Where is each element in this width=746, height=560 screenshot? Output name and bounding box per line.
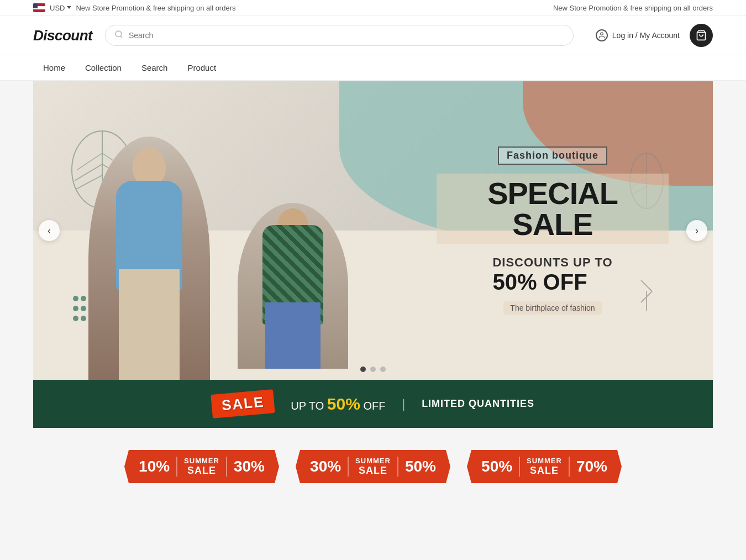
summer-card-2-left: 30% bbox=[310, 458, 348, 475]
svg-line-7 bbox=[75, 164, 102, 181]
summer-card-2-right: 50% bbox=[398, 458, 436, 475]
model-left-image bbox=[88, 137, 210, 380]
slider-dot-1[interactable] bbox=[360, 367, 366, 372]
top-bar-promo-left: New Store Promotion & free shipping on a… bbox=[76, 4, 235, 12]
summer-card-1[interactable]: 10% SUMMER SALE 30% bbox=[124, 450, 279, 483]
header: Discount Log in / My Account bbox=[0, 16, 746, 55]
model-right-image bbox=[238, 203, 348, 369]
summer-cards: 10% SUMMER SALE 30% 30% SUMMER SALE 50% … bbox=[0, 428, 746, 505]
top-bar: USD New Store Promotion & free shipping … bbox=[0, 0, 746, 16]
limited-quantities-text: LIMITED QUANTITIES bbox=[422, 398, 534, 410]
summer-card-2-center: SUMMER SALE bbox=[348, 457, 398, 477]
us-flag-icon bbox=[33, 3, 45, 12]
slider-dot-2[interactable] bbox=[370, 367, 376, 372]
sale-suffix: OFF bbox=[363, 400, 385, 412]
currency-selector[interactable]: USD bbox=[50, 4, 71, 12]
special-sale-heading: SPECIAL SALE bbox=[437, 174, 669, 244]
discounts-label: DISCOUNTS UP TO bbox=[492, 255, 612, 270]
summer-card-3[interactable]: 50% SUMMER SALE 70% bbox=[467, 450, 622, 483]
birthplace-tag: The birthplace of fashion bbox=[503, 301, 601, 315]
top-bar-promo-right: New Store Promotion & free shipping on a… bbox=[553, 4, 713, 12]
sale-badge: SALE bbox=[212, 392, 274, 416]
slider-dot-3[interactable] bbox=[380, 367, 386, 372]
summer-label-2: SUMMER bbox=[355, 457, 391, 465]
summer-card-1-left: 10% bbox=[139, 458, 176, 475]
slider-dots bbox=[360, 367, 386, 372]
sale-label-2: SALE bbox=[355, 465, 391, 477]
summer-card-2[interactable]: 30% SUMMER SALE 50% bbox=[296, 450, 450, 483]
sale-label-3: SALE bbox=[527, 465, 562, 477]
summer-card-3-left: 50% bbox=[481, 458, 519, 475]
nav-item-search[interactable]: Search bbox=[132, 55, 178, 80]
discount-percent: 50% OFF bbox=[492, 270, 612, 295]
svg-point-2 bbox=[600, 33, 603, 35]
account-label: Log in / My Account bbox=[612, 31, 680, 40]
summer-label-3: SUMMER bbox=[527, 457, 562, 465]
svg-line-6 bbox=[77, 153, 102, 170]
svg-point-0 bbox=[115, 31, 122, 37]
model-figure bbox=[88, 137, 210, 380]
top-bar-left: USD New Store Promotion & free shipping … bbox=[33, 3, 236, 12]
currency-chevron-icon bbox=[67, 6, 71, 11]
summer-card-1-right: 30% bbox=[227, 458, 265, 475]
hero-slider: Fashion boutique SPECIAL SALE DISCOUNTS … bbox=[33, 81, 713, 380]
sale-label-1: SALE bbox=[184, 465, 219, 477]
fashion-boutique-tag: Fashion boutique bbox=[498, 146, 607, 165]
logo[interactable]: Discount bbox=[33, 27, 94, 44]
hero-content: Fashion boutique SPECIAL SALE DISCOUNTS … bbox=[437, 146, 669, 315]
search-bar[interactable] bbox=[105, 25, 574, 46]
slider-prev-button[interactable]: ‹ bbox=[39, 220, 60, 241]
summer-card-3-center: SUMMER SALE bbox=[519, 457, 570, 477]
nav-item-product[interactable]: Product bbox=[177, 55, 226, 80]
discounts-content: DISCOUNTS UP TO 50% OFF bbox=[492, 255, 612, 295]
discounts-row: DISCOUNTS UP TO 50% OFF bbox=[437, 255, 669, 295]
sale-banner-text: UP TO 50% OFF bbox=[291, 395, 385, 414]
header-right: Log in / My Account bbox=[596, 24, 713, 47]
sale-percent: 50% bbox=[327, 395, 360, 413]
cart-button[interactable] bbox=[690, 24, 713, 47]
search-icon bbox=[114, 30, 123, 41]
currency-label: USD bbox=[50, 4, 65, 12]
sale-divider: | bbox=[402, 397, 405, 411]
account-button[interactable]: Log in / My Account bbox=[596, 29, 680, 41]
sale-badge-text: SALE bbox=[211, 389, 275, 418]
summer-label-1: SUMMER bbox=[184, 457, 219, 465]
summer-card-3-right: 70% bbox=[570, 458, 607, 475]
account-icon bbox=[596, 29, 608, 41]
sale-prefix: UP TO bbox=[291, 400, 324, 412]
search-input[interactable] bbox=[129, 31, 564, 40]
nav-item-home[interactable]: Home bbox=[33, 55, 75, 80]
nav-item-collection[interactable]: Collection bbox=[75, 55, 132, 80]
slider-next-button[interactable]: › bbox=[686, 220, 707, 241]
svg-line-1 bbox=[120, 36, 122, 38]
navigation: Home Collection Search Product bbox=[0, 55, 746, 81]
sale-banner: SALE UP TO 50% OFF | LIMITED QUANTITIES bbox=[33, 380, 713, 428]
summer-card-1-center: SUMMER SALE bbox=[176, 457, 227, 477]
